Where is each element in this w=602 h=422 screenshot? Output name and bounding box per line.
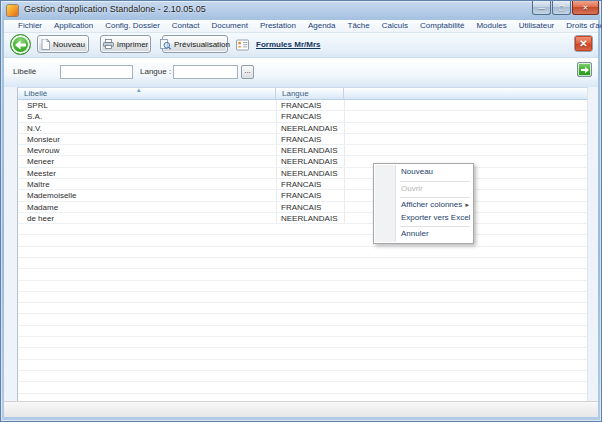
menu-item[interactable]: Comptabilité <box>414 20 470 32</box>
cell-langue: NEERLANDAIS <box>276 156 344 166</box>
context-menu-item[interactable]: Nouveau ▸ <box>374 166 473 179</box>
cell-langue: FRANCAIS <box>276 190 344 200</box>
preview-button[interactable]: Prévisualisation <box>162 35 228 53</box>
menu-item[interactable]: Calculs <box>376 20 414 32</box>
context-menu-items: Nouveau ▸ Ouvrir ▸ Afficher colonnes ▸ E… <box>374 166 473 241</box>
context-menu-item[interactable]: Afficher colonnes ▸ <box>374 199 473 212</box>
back-arrow-icon <box>15 40 26 50</box>
table-row[interactable]: de heer NEERLANDAIS <box>18 213 587 224</box>
cell-langue: FRANCAIS <box>276 202 344 212</box>
column-header-filler <box>344 88 587 100</box>
langue-browse-button[interactable]: ... <box>241 65 254 79</box>
go-arrow-icon <box>581 66 589 74</box>
grid-header: Libellé Langue ▴ <box>18 88 587 100</box>
cell-libelle: Madame <box>18 202 276 212</box>
menu-bar: Fichier Application Config. Dossier Cont… <box>4 20 598 33</box>
menu-item[interactable]: Fichier <box>12 20 48 32</box>
menu-item[interactable]: Tâche <box>342 20 376 32</box>
libelle-filter-input[interactable] <box>60 65 133 79</box>
window-title: Gestion d'application Standalone - 2.10.… <box>24 4 206 14</box>
sort-ascending-icon: ▴ <box>137 86 141 94</box>
grid-rows: SPRL FRANCAIS S.A. FRANCAIS N.V. NEERLAN… <box>18 100 587 224</box>
new-document-icon <box>41 39 50 50</box>
langue-filter-input[interactable] <box>173 65 238 79</box>
back-button[interactable] <box>10 34 31 55</box>
context-menu-item-label: Afficher colonnes <box>401 200 462 209</box>
cell-langue: NEERLANDAIS <box>276 213 344 223</box>
menu-item[interactable]: Modules <box>470 20 512 32</box>
print-button-label: Imprimer <box>117 40 149 49</box>
context-menu-item-label: Exporter vers Excel <box>401 213 470 222</box>
cell-libelle: Maître <box>18 179 276 189</box>
app-icon <box>7 5 18 16</box>
menu-item[interactable]: Utilisateur <box>513 20 561 32</box>
status-bar <box>4 401 598 417</box>
table-row[interactable]: N.V. NEERLANDAIS <box>18 123 587 134</box>
libelle-filter-label: Libellé <box>13 67 36 76</box>
printer-icon <box>103 39 114 49</box>
cell-libelle: Monsieur <box>18 134 276 144</box>
maximize-button[interactable]: ▢ <box>552 1 571 15</box>
preview-button-label: Prévisualisation <box>174 40 230 49</box>
context-menu-item-label: Nouveau <box>401 167 433 176</box>
context-menu-item-label: Ouvrir <box>401 184 423 193</box>
cell-libelle: Meneer <box>18 156 276 166</box>
application-window: Gestion d'application Standalone - 2.10.… <box>0 0 602 422</box>
menu-item[interactable]: Agenda <box>302 20 342 32</box>
cell-langue: FRANCAIS <box>276 134 344 144</box>
cell-langue: NEERLANDAIS <box>276 123 344 133</box>
close-window-button[interactable]: ✕ <box>572 1 599 15</box>
toolbar: Nouveau Imprimer Prévisualisation Formul… <box>4 33 598 58</box>
title-bar[interactable]: Gestion d'application Standalone - 2.10.… <box>0 0 602 20</box>
context-menu-item[interactable]: Exporter vers Excel ▸ <box>374 212 473 225</box>
table-row[interactable]: SPRL FRANCAIS <box>18 100 587 111</box>
menu-item[interactable]: Application <box>48 20 99 32</box>
context-menu: Nouveau ▸ Ouvrir ▸ Afficher colonnes ▸ E… <box>373 163 474 244</box>
table-row[interactable]: Mademoiselle FRANCAIS <box>18 190 587 201</box>
print-button[interactable]: Imprimer <box>100 35 151 53</box>
formules-mr-mrs-link[interactable]: Formules Mr/Mrs <box>256 40 320 49</box>
cell-libelle: Mademoiselle <box>18 190 276 200</box>
menu-item[interactable]: Prestation <box>254 20 302 32</box>
menu-item[interactable]: Contact <box>166 20 206 32</box>
column-header-libelle[interactable]: Libellé <box>18 88 276 100</box>
submenu-arrow-icon: ▸ <box>465 199 469 212</box>
data-grid: Libellé Langue ▴ SPRL FRANCAIS S.A. FRAN… <box>17 87 588 401</box>
table-row[interactable]: Monsieur FRANCAIS <box>18 134 587 145</box>
cell-libelle: de heer <box>18 213 276 223</box>
cell-libelle: SPRL <box>18 100 276 110</box>
column-header-langue[interactable]: Langue <box>276 88 344 100</box>
cell-langue: FRANCAIS <box>276 179 344 189</box>
new-button-label: Nouveau <box>53 40 85 49</box>
search-go-button[interactable] <box>577 62 592 77</box>
preview-icon <box>160 39 171 50</box>
contact-card-icon <box>236 39 249 51</box>
grid-empty-area <box>18 224 587 401</box>
cell-libelle: Mevrouw <box>18 145 276 155</box>
cell-langue: FRANCAIS <box>276 111 344 121</box>
table-row[interactable]: Meester NEERLANDAIS <box>18 168 587 179</box>
cell-langue: FRANCAIS <box>276 100 344 110</box>
cell-libelle: S.A. <box>18 111 276 121</box>
filter-bar: Libellé Langue : ... <box>4 58 598 87</box>
window-controls: — ▢ ✕ <box>531 1 599 15</box>
menu-item[interactable]: Droits d'accès <box>560 20 602 32</box>
table-row[interactable]: S.A. FRANCAIS <box>18 111 587 122</box>
context-menu-item[interactable]: Ouvrir ▸ <box>374 183 473 196</box>
context-menu-item-label: Annuler <box>401 229 429 238</box>
cell-libelle: Meester <box>18 168 276 178</box>
menu-item[interactable]: Config. Dossier <box>99 20 166 32</box>
close-form-button[interactable]: ✕ <box>574 35 593 52</box>
table-row[interactable]: Meneer NEERLANDAIS <box>18 156 587 167</box>
minimize-button[interactable]: — <box>532 1 551 15</box>
langue-filter-label: Langue : <box>140 67 171 76</box>
menu-item[interactable]: Document <box>205 20 253 32</box>
new-button[interactable]: Nouveau <box>37 35 89 53</box>
cell-langue: NEERLANDAIS <box>276 168 344 178</box>
cell-libelle: N.V. <box>18 123 276 133</box>
table-row[interactable]: Madame FRANCAIS <box>18 202 587 213</box>
table-row[interactable]: Maître FRANCAIS <box>18 179 587 190</box>
cell-langue: NEERLANDAIS <box>276 145 344 155</box>
table-row[interactable]: Mevrouw NEERLANDAIS <box>18 145 587 156</box>
context-menu-item[interactable]: Annuler ▸ <box>374 228 473 241</box>
